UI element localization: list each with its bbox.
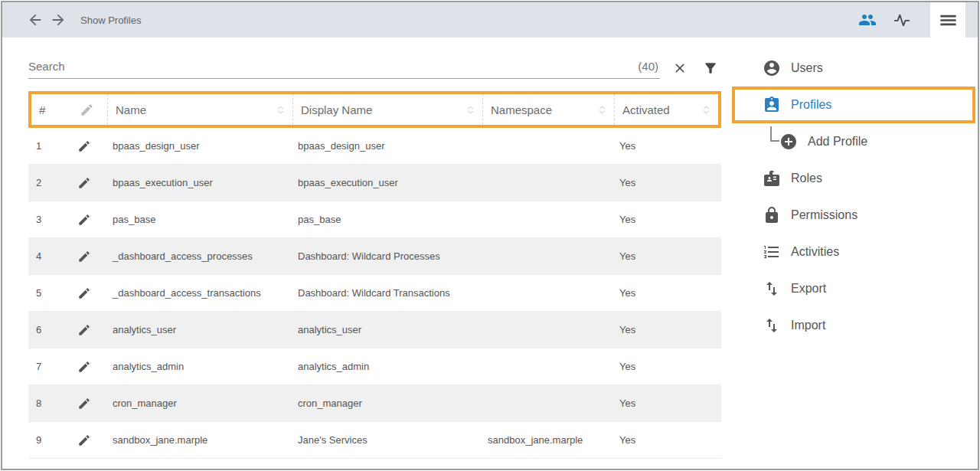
edit-icon [77,397,91,410]
menu-button[interactable] [930,2,965,38]
sidebar-item-import[interactable]: Import [732,307,978,344]
edit-icon [77,213,91,227]
edit-icon [77,139,91,153]
column-header-display-name[interactable]: Display Name [293,94,483,125]
edit-row-button[interactable] [77,286,91,300]
row-edit-cell [62,433,105,447]
app-window: Show Profiles (40) [1,1,979,470]
sidebar-item-roles[interactable]: Roles [732,160,978,197]
edit-row-button[interactable] [77,360,91,374]
table-row[interactable]: 7analytics_adminanalytics_adminYes [28,348,721,385]
sidebar-item-label: Activities [791,245,839,259]
row-number: 9 [28,434,62,446]
row-name: analytics_admin [105,361,290,372]
sort-icon [701,104,712,116]
forward-button[interactable] [50,11,67,28]
activity-monitor-button[interactable] [893,11,910,28]
row-name: _dashboard_access_transactions [105,287,290,299]
table-row[interactable]: 1bpaas_design_userbpaas_design_userYes [28,128,721,165]
table-body: 1bpaas_design_userbpaas_design_userYes2b… [28,128,721,459]
row-number: 6 [28,324,62,335]
close-icon [672,61,688,76]
row-activated: Yes [612,214,721,225]
row-name: analytics_user [105,324,290,335]
edit-row-button[interactable] [77,397,91,410]
edit-row-button[interactable] [77,323,91,337]
row-activated: Yes [612,250,721,262]
row-activated: Yes [612,361,721,372]
row-activated: Yes [612,177,721,188]
row-name: sandbox_jane.marple [105,434,290,446]
row-name: bpaas_execution_user [105,177,290,188]
sidebar-item-profiles[interactable]: Profiles [732,87,975,123]
row-name: pas_base [105,214,290,225]
sidebar-item-label: Permissions [791,208,858,222]
row-display-name: analytics_admin [290,361,480,372]
edit-icon [77,433,91,447]
row-edit-cell [62,360,105,374]
row-number: 1 [28,140,62,152]
row-edit-cell [62,397,105,410]
column-header--: # [31,94,65,125]
top-bar: Show Profiles [2,2,978,38]
sort-icon [275,104,286,116]
column-label: Name [116,103,146,116]
users-shortcut-button[interactable] [858,11,877,29]
table-row[interactable]: 8cron_managercron_managerYes [28,385,721,422]
add-circle-icon [779,132,798,151]
assignment-ind-icon [763,96,781,114]
edit-row-button[interactable] [77,176,91,190]
sidebar-item-label: Users [791,61,823,75]
row-display-name: analytics_user [290,324,480,335]
filter-button[interactable] [703,61,718,76]
row-edit-cell [62,286,105,300]
sort-icon [596,104,608,116]
edit-row-button[interactable] [77,139,91,153]
sidebar-item-activities[interactable]: Activities [732,234,978,270]
edit-row-button[interactable] [77,433,91,447]
row-number: 2 [28,177,62,188]
sidebar-item-add-profile[interactable]: Add Profile [732,123,978,160]
column-header-namespace[interactable]: Namespace [483,94,615,125]
edit-row-button[interactable] [77,213,91,227]
column-label: Namespace [491,103,552,116]
main-panel: (40) #NameDisplay NameNamespaceActivated… [28,38,721,469]
sidebar-item-permissions[interactable]: Permissions [732,197,978,234]
sidebar-nav: UsersProfilesAdd ProfileRolesPermissions… [732,38,978,469]
column-header-name[interactable]: Name [108,94,293,125]
back-button[interactable] [27,11,44,28]
row-activated: Yes [612,287,721,299]
clear-search-button[interactable] [672,61,688,76]
table-row[interactable]: 9sandbox_jane.marpleJane's Servicessandb… [28,422,721,459]
row-edit-cell [62,323,105,337]
table-row[interactable]: 2bpaas_execution_userbpaas_execution_use… [28,165,721,201]
lock-icon [763,206,781,224]
row-edit-cell [62,250,105,263]
row-activated: Yes [612,434,721,446]
column-header-activated[interactable]: Activated [615,94,718,125]
sidebar-item-label: Roles [791,172,822,185]
row-edit-cell [62,176,105,190]
sidebar-item-export[interactable]: Export [732,270,978,307]
page-title: Show Profiles [80,15,141,26]
edit-icon [77,176,91,190]
import-export-icon [763,316,781,335]
table-row[interactable]: 3pas_basepas_baseYes [28,201,721,238]
table-row[interactable]: 6analytics_useranalytics_userYes [28,312,721,348]
row-display-name: Dashboard: Wildcard Processes [290,250,480,262]
search-input[interactable] [28,60,638,73]
sidebar-item-users[interactable]: Users [732,50,978,87]
row-number: 5 [28,287,62,299]
search-bar: (40) [28,47,721,79]
table-row[interactable]: 5_dashboard_access_transactionsDashboard… [28,275,721,312]
edit-icon [77,360,91,374]
edit-row-button[interactable] [77,250,91,263]
row-activated: Yes [612,397,721,409]
row-number: 3 [28,214,62,225]
arrow-forward-icon [50,11,67,28]
table-row[interactable]: 4_dashboard_access_processesDashboard: W… [28,238,721,275]
search-field: (40) [28,60,660,79]
table-header-row: #NameDisplay NameNamespaceActivated [28,91,721,128]
row-display-name: bpaas_design_user [290,140,480,152]
row-edit-cell [62,139,105,153]
